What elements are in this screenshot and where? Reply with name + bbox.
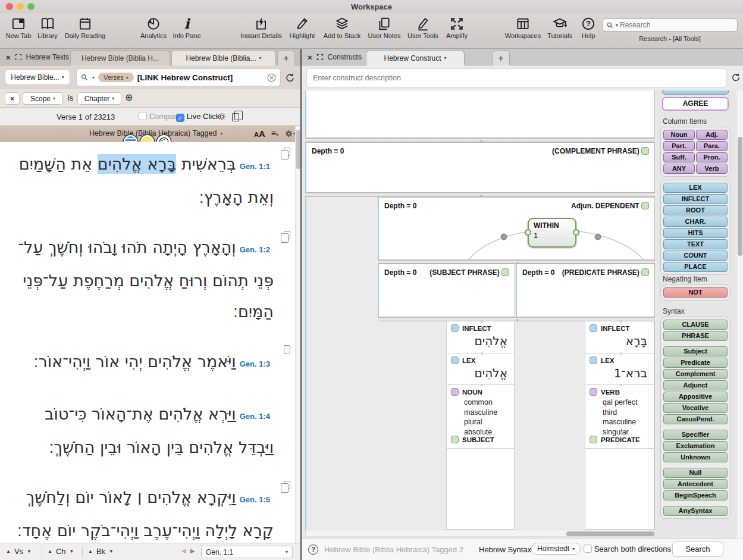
- tab-hebrew-bible-2-active[interactable]: Hebrew Bible (Biblia...▾: [171, 50, 276, 65]
- canvas-h-scrollbar-thumb[interactable]: [566, 531, 654, 536]
- predicate-column[interactable]: INFLECT בָּרָא LEX ברא־1 VERB qal perfec…: [585, 321, 654, 530]
- field-button-root[interactable]: ROOT: [663, 205, 728, 215]
- live-click-settings-gear-icon[interactable]: [217, 112, 227, 121]
- book-up-icon[interactable]: ▲: [88, 549, 93, 554]
- inflect-checkbox[interactable]: [590, 324, 597, 332]
- pos-button-suff[interactable]: Suff.: [663, 152, 695, 162]
- pos-cell[interactable]: NOUN common masculine plural absolute: [447, 385, 514, 433]
- search-hit-highlight[interactable]: בָּרָא אֱלֹהִים: [98, 154, 176, 174]
- syntax-button-clause[interactable]: CLAUSE: [663, 320, 728, 330]
- pos-button-para[interactable]: Para.: [696, 141, 728, 151]
- adjunct-dependent-panel[interactable]: Depth = 0 Adjun. DEPENDENT WITHIN 1: [378, 197, 655, 260]
- syntax-cell[interactable]: PREDICATE: [585, 433, 654, 449]
- field-button-lex[interactable]: LEX: [663, 183, 728, 193]
- scope-value-dropdown[interactable]: Chapter▾: [77, 92, 121, 105]
- syntax-button-subject[interactable]: Subject: [663, 346, 728, 356]
- search-mode-pill[interactable]: Verses▾: [98, 73, 134, 82]
- chapter-down-icon[interactable]: ▼: [70, 549, 74, 554]
- pos-checkbox[interactable]: [590, 388, 597, 396]
- syntax-button-vocative[interactable]: Vocative: [663, 403, 728, 413]
- lex-checkbox[interactable]: [590, 356, 597, 364]
- search-button[interactable]: Search: [672, 542, 723, 557]
- field-button-char[interactable]: CHAR.: [663, 217, 728, 227]
- construct-canvas[interactable]: Depth = 0 (COMPLEMENT PHRASE) Depth = 0 …: [302, 90, 657, 539]
- book-down-icon[interactable]: ▼: [109, 549, 114, 554]
- verse-gen-1-2[interactable]: Gen. 1:2וְהָאָרֶץ הָיְתָה תֹהוּ וָבֹהוּ …: [10, 232, 274, 327]
- pane-settings-gear[interactable]: ▾: [284, 129, 296, 138]
- syntax-button-appositive[interactable]: Appositive: [663, 392, 728, 402]
- partial-connector-button[interactable]: [662, 90, 729, 95]
- pos-button-noun[interactable]: Noun: [663, 130, 695, 140]
- left-scrollbar-thumb[interactable]: [296, 130, 300, 169]
- lex-checkbox[interactable]: [451, 356, 459, 364]
- amplify-button[interactable]: Amplify: [440, 16, 474, 39]
- agree-button[interactable]: AGREE: [662, 97, 729, 111]
- panel-checkbox[interactable]: [641, 202, 649, 209]
- syntax-button-beginspeech[interactable]: BeginSpeech: [663, 490, 728, 500]
- recycle-tab-icon[interactable]: [731, 72, 741, 83]
- add-to-stack-button[interactable]: Add to Stack: [321, 16, 363, 39]
- verse-note-icon[interactable]: [284, 231, 290, 239]
- field-button-inflect[interactable]: INFLECT: [663, 194, 728, 204]
- inflect-value[interactable]: אֱלֹהִים: [451, 332, 510, 351]
- inflect-cell[interactable]: INFLECT בָּרָא: [585, 321, 654, 353]
- panel-splitter[interactable]: [305, 193, 655, 197]
- research-input[interactable]: [620, 21, 715, 29]
- verse-ref[interactable]: Gen. 1:1: [240, 151, 270, 182]
- panel-splitter[interactable]: [378, 317, 655, 321]
- clear-search-icon[interactable]: [267, 73, 277, 83]
- verse-gen-1-3[interactable]: Gen. 1:3וַיֹּאמֶר אֱלֹהִים יְהִי אוֹר וַ…: [10, 346, 274, 380]
- daily-reading-button[interactable]: Daily Reading: [58, 16, 112, 39]
- verse-gen-1-1[interactable]: Gen. 1:1בְּרֵאשִׁית בָּרָא אֱלֹהִים אֵת …: [10, 149, 274, 213]
- module-selector-button[interactable]: Hebrew Bible...▾: [5, 69, 70, 85]
- verse-ref[interactable]: Gen. 1:3: [240, 349, 270, 380]
- close-zone-icon[interactable]: ×: [308, 54, 312, 61]
- predicate-phrase-panel[interactable]: Depth = 0 (PREDICATE PHRASE): [516, 264, 655, 317]
- font-size-control[interactable]: AA: [254, 129, 265, 139]
- verse-note-icon[interactable]: [284, 345, 290, 353]
- within-connector-bubble[interactable]: WITHIN 1: [528, 218, 576, 248]
- history-back-icon[interactable]: ◀: [181, 548, 186, 554]
- panel-checkbox[interactable]: [501, 268, 509, 276]
- construct-description-field[interactable]: [306, 68, 726, 87]
- lex-cell[interactable]: LEX ברא־1: [585, 353, 654, 385]
- pos-button-verb[interactable]: Verb: [696, 164, 728, 174]
- user-notes-button[interactable]: User Notes: [364, 16, 405, 39]
- left-scrollbar[interactable]: [295, 126, 300, 543]
- research-search-field[interactable]: ▾: [602, 18, 738, 32]
- text-module-title[interactable]: Hebrew Bible (Biblia Hebraica) Tagged: [89, 129, 217, 137]
- add-tab-button[interactable]: +: [492, 50, 510, 65]
- remove-scope-button[interactable]: ×: [5, 92, 20, 105]
- verse-note-icon[interactable]: [284, 148, 290, 156]
- syntax-button-specifier[interactable]: Specifier: [663, 430, 728, 440]
- syntax-button-null[interactable]: Null: [663, 468, 728, 478]
- sidebar-scrollbar-thumb[interactable]: [738, 137, 742, 256]
- syntax-checkbox[interactable]: [451, 436, 459, 443]
- syntax-button-casuspend[interactable]: CasusPend.: [663, 414, 728, 424]
- lex-value[interactable]: ברא־1: [590, 364, 650, 383]
- expand-zone-icon[interactable]: [316, 54, 324, 61]
- pos-checkbox[interactable]: [451, 388, 459, 396]
- field-button-count[interactable]: COUNT: [663, 251, 728, 261]
- search-query-text[interactable]: [LINK Hebrew Construct]: [137, 73, 233, 82]
- chapter-up-icon[interactable]: ▲: [48, 549, 52, 554]
- field-button-hits[interactable]: HITS: [663, 228, 728, 238]
- verse-search-field[interactable]: ▾ Verses▾ [LINK Hebrew Construct]: [76, 68, 281, 86]
- subject-phrase-panel[interactable]: Depth = 0 (SUBJECT PHRASE): [378, 264, 515, 317]
- syntax-model-dropdown[interactable]: Holmstedt▾: [531, 543, 581, 555]
- tab-hebrew-bible-1[interactable]: Hebrew Bible (Biblia H...: [70, 50, 170, 65]
- lex-value[interactable]: אֱלֹהִים: [451, 364, 510, 383]
- verse-down-icon[interactable]: ▼: [27, 549, 32, 554]
- user-tools-button[interactable]: User Tools: [403, 16, 443, 39]
- syntax-button-unknown[interactable]: Unknown: [663, 452, 728, 462]
- both-directions-checkbox[interactable]: Search both directions: [584, 545, 671, 553]
- tab-hebrew-construct-active[interactable]: Hebrew Construct▾: [366, 50, 465, 65]
- help-button[interactable]: ? Help: [577, 16, 600, 39]
- connector-value[interactable]: 1: [534, 231, 570, 240]
- history-forward-icon[interactable]: ▶: [190, 548, 195, 554]
- construct-description-input[interactable]: [313, 74, 720, 82]
- scope-field-dropdown[interactable]: Scope▾: [23, 92, 63, 105]
- tutorials-button[interactable]: Tutorials: [543, 16, 577, 39]
- syntax-button-complement[interactable]: Complement: [663, 369, 728, 379]
- paragraph-format-icon[interactable]: ≡▾: [271, 129, 278, 138]
